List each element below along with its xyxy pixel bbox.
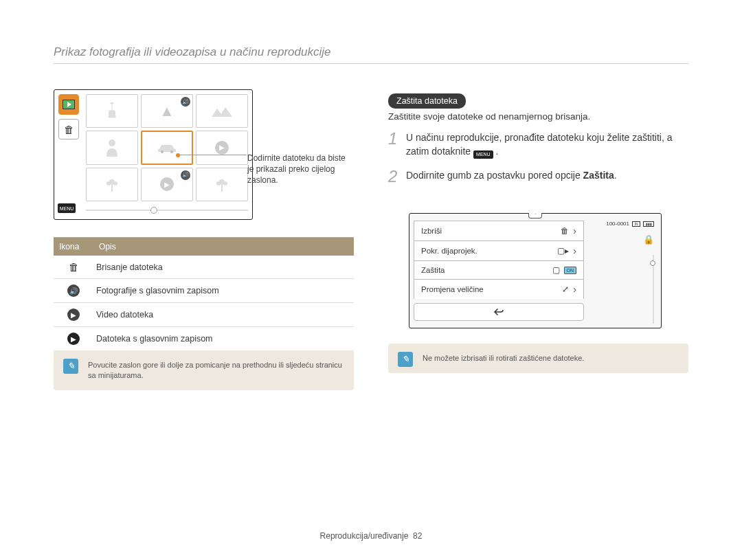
- mountain-icon: [212, 106, 232, 117]
- thumb-cell[interactable]: 🔊▶: [141, 168, 193, 201]
- scroll-handle[interactable]: [150, 207, 157, 214]
- flower-icon: [104, 177, 120, 192]
- chevron-right-icon: [573, 245, 576, 256]
- play-icon: ▶: [160, 177, 174, 191]
- note-text: Povucite zaslon gore ili dolje za pomica…: [88, 361, 342, 379]
- trash-icon: 🗑: [69, 261, 79, 273]
- person-icon: [105, 139, 119, 157]
- svg-point-4: [106, 181, 111, 186]
- trash-button[interactable]: 🗑: [58, 119, 79, 139]
- play-icon: ▶: [67, 309, 80, 321]
- scroll-handle[interactable]: [650, 260, 655, 266]
- thumb-grid: 🔊▲ ▶ 🔊▶: [86, 94, 248, 201]
- car-icon: [157, 142, 177, 153]
- trash-icon: 🗑: [561, 227, 569, 235]
- thumb-cell[interactable]: [196, 168, 248, 201]
- settings-scrollbar[interactable]: [650, 255, 657, 324]
- note-box: ✎ Ne možete izbrisati ili rotirati zašti…: [388, 344, 688, 373]
- toggle-on-badge[interactable]: ON: [564, 267, 577, 274]
- step-number: 1: [388, 131, 406, 159]
- settings-row-resize[interactable]: Promjena veličine ⤢: [414, 279, 584, 299]
- settings-screenshot: ˄ 100-0001 IN ▮▮▮ 🔒 Izbriši 🗑 Pokr. dija…: [409, 213, 662, 328]
- storage-in-icon: IN: [632, 221, 640, 227]
- status-bar: 100-0001 IN ▮▮▮: [606, 221, 654, 227]
- svg-point-2: [170, 150, 173, 153]
- svg-point-0: [109, 139, 115, 146]
- tab-handle-icon: ˄: [528, 213, 542, 219]
- table-row: 🗑 Brisanje datoteka: [54, 256, 354, 279]
- row-label: Izbriši: [421, 227, 442, 235]
- callout-dot: [176, 153, 180, 157]
- menu-inline-icon: MENU: [473, 150, 493, 159]
- play-audio-icon: ▶: [67, 333, 80, 345]
- svg-rect-10: [221, 185, 223, 192]
- trash-icon: 🗑: [64, 124, 74, 135]
- menu-button[interactable]: MENU: [58, 203, 76, 213]
- svg-point-8: [216, 181, 221, 186]
- image-id: 100-0001: [606, 221, 629, 227]
- page-footer: Reprodukcija/uređivanje 82: [0, 531, 742, 541]
- svg-point-9: [223, 181, 227, 186]
- title-underline: [54, 63, 688, 64]
- svg-point-1: [161, 150, 164, 153]
- th-desc: Opis: [93, 238, 354, 256]
- resize-icon: ⤢: [562, 284, 569, 294]
- svg-rect-6: [111, 185, 113, 192]
- note-text: Ne možete izbrisati ili rotirati zaštiće…: [423, 354, 584, 362]
- thumb-sidebar: 🗑: [58, 94, 82, 144]
- settings-list: Izbriši 🗑 Pokr. dijaprojek. ▢▸ Zaštita ▢…: [414, 221, 584, 321]
- back-arrow-icon: [493, 307, 505, 317]
- icon-table: Ikona Opis 🗑 Brisanje datoteka 🔊 Fotogra…: [54, 237, 354, 351]
- scroll-track: [86, 210, 248, 211]
- settings-row-slideshow[interactable]: Pokr. dijaprojek. ▢▸: [414, 240, 584, 260]
- lock-icon: 🔒: [643, 234, 654, 245]
- gallery-icon: [63, 100, 75, 109]
- step-text: U načinu reprodukcije, pronađite datotek…: [406, 131, 684, 159]
- thumb-cell[interactable]: [86, 168, 138, 201]
- audio-badge-icon: 🔊: [181, 170, 190, 180]
- thumb-cell[interactable]: 🔊▲: [141, 94, 193, 128]
- lamp-icon: [104, 102, 120, 120]
- section-intro: Zaštitite svoje datoteke od nenamjernog …: [388, 111, 590, 122]
- thumb-scrollbar[interactable]: [86, 205, 248, 215]
- step: 2 Dodirnite gumb za postavku pored opcij…: [388, 168, 684, 185]
- section-pill: Zaštita datoteka: [388, 93, 466, 109]
- audio-icon: 🔊: [67, 284, 80, 297]
- row-desc: Brisanje datoteka: [93, 257, 354, 278]
- thumb-cell[interactable]: [196, 94, 248, 128]
- callout-line: [178, 155, 247, 155]
- table-row: 🔊 Fotografije s glasovnim zapisom: [54, 279, 354, 303]
- audio-badge-icon: 🔊: [181, 97, 190, 107]
- table-row: ▶ Datoteka s glasovnim zapisom: [54, 327, 354, 351]
- woman-icon: ▲: [159, 102, 175, 120]
- note-box: ✎ Povucite zaslon gore ili dolje za pomi…: [54, 350, 354, 390]
- thumb-cell[interactable]: [86, 131, 138, 164]
- gallery-mode-button[interactable]: [58, 94, 79, 115]
- flower-icon: [214, 177, 229, 192]
- page-number: 82: [413, 531, 422, 541]
- info-icon: ✎: [63, 359, 78, 374]
- battery-icon: ▮▮▮: [643, 221, 654, 227]
- chevron-right-icon: [573, 284, 576, 295]
- step-text: Dodirnite gumb za postavku pored opcije …: [406, 168, 684, 185]
- thumb-cell[interactable]: [86, 94, 138, 128]
- table-row: ▶ Video datoteka: [54, 303, 354, 327]
- row-desc: Fotografije s glasovnim zapisom: [93, 280, 354, 301]
- slideshow-icon: ▢▸: [557, 246, 569, 256]
- row-label: Pokr. dijaprojek.: [421, 247, 477, 255]
- callout-text: Dodirnite datoteku da biste je prikazali…: [247, 153, 350, 186]
- step: 1 U načinu reprodukcije, pronađite datot…: [388, 131, 684, 159]
- step-number: 2: [388, 168, 406, 185]
- page-title: Prikaz fotografija ili videozapisa u nač…: [54, 45, 331, 59]
- thumb-cell[interactable]: ▶: [196, 131, 248, 164]
- thumb-cell-selected[interactable]: [141, 131, 193, 164]
- settings-row-protect[interactable]: Zaštita ▢ON: [414, 260, 584, 279]
- play-icon: ▶: [215, 141, 229, 155]
- settings-row-delete[interactable]: Izbriši 🗑: [414, 221, 584, 240]
- row-desc: Datoteka s glasovnim zapisom: [93, 328, 354, 349]
- row-desc: Video datoteka: [93, 304, 354, 325]
- toggle-icon: ▢: [552, 265, 560, 275]
- info-icon: ✎: [398, 352, 413, 367]
- chevron-right-icon: [573, 225, 576, 236]
- back-button[interactable]: [414, 303, 584, 321]
